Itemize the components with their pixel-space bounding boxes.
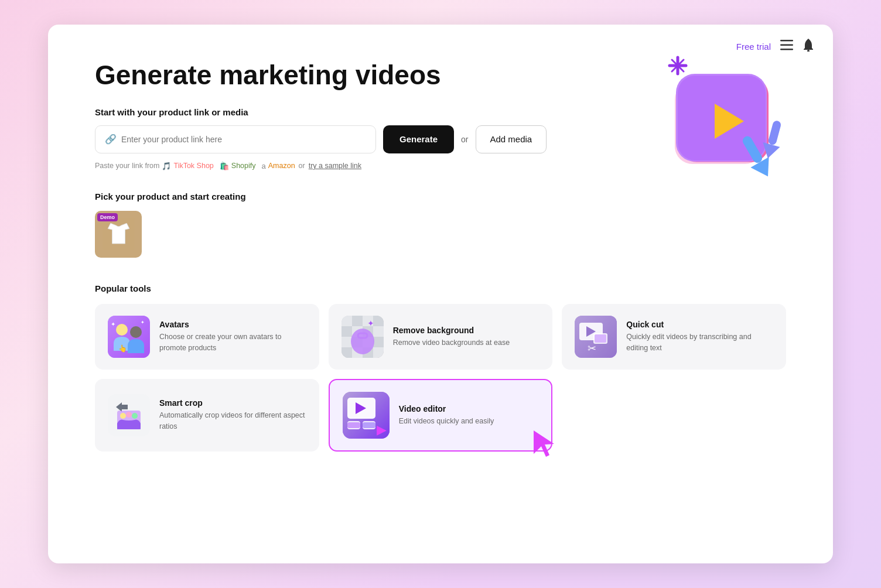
svg-rect-39: [342, 337, 352, 347]
amazon-link[interactable]: Amazon: [268, 162, 295, 170]
product-picks: Demo: [95, 211, 786, 258]
tools-grid-row1: ✦ ✦ 👆 Avatars Choose or create your own …: [95, 304, 786, 370]
product-section-title: Pick your product and start creating: [95, 192, 786, 201]
shopify-link[interactable]: Shopify: [231, 162, 256, 170]
removebg-info: Remove background Remove video backgroun…: [393, 326, 540, 348]
product-thumb-1[interactable]: Demo: [95, 211, 142, 258]
or-text: or: [461, 135, 468, 144]
tools-grid-row2: Smart crop Automatically crop videos for…: [95, 379, 786, 452]
avatars-name: Avatars: [159, 320, 306, 329]
avatars-info: Avatars Choose or create your own avatar…: [159, 320, 306, 354]
svg-point-26: [130, 326, 142, 338]
demo-badge: Demo: [97, 213, 118, 221]
input-subtitle: Start with your product link or media: [95, 107, 786, 117]
smartcrop-icon: [108, 394, 150, 436]
svg-rect-32: [352, 316, 363, 326]
sample-link[interactable]: try a sample link: [309, 162, 361, 170]
svg-text:✦: ✦: [141, 320, 145, 325]
product-link-input[interactable]: [121, 135, 366, 144]
menu-icon[interactable]: [780, 40, 793, 53]
svg-point-58: [120, 413, 126, 419]
svg-rect-67: [363, 422, 375, 428]
quickcut-name: Quick cut: [626, 320, 773, 329]
removebg-icon: ✦: [342, 316, 384, 358]
paste-hint-text: Paste your link from: [95, 162, 159, 170]
svg-rect-2: [780, 49, 793, 50]
removebg-desc: Remove video backgrounds at ease: [393, 337, 540, 348]
videoeditor-desc: Edit videos quickly and easily: [399, 416, 539, 427]
svg-text:▶: ▶: [377, 422, 387, 437]
input-row: 🔗 Generate or Add media: [95, 125, 786, 153]
tool-card-smartcrop[interactable]: Smart crop Automatically crop videos for…: [95, 379, 319, 452]
svg-point-60: [132, 413, 138, 419]
quickcut-icon: ✂: [575, 316, 617, 358]
tool-card-videoeditor[interactable]: ▶ Video editor Edit videos quickly and e…: [329, 379, 553, 452]
page-title: Generate marketing videos: [95, 60, 505, 91]
generate-button[interactable]: Generate: [383, 125, 454, 153]
main-content: Generate marketing videos Start with you…: [48, 25, 833, 487]
svg-point-59: [126, 412, 132, 418]
svg-text:✦: ✦: [367, 319, 374, 328]
popular-tools-title: Popular tools: [95, 283, 786, 293]
quickcut-info: Quick cut Quickly edit videos by transcr…: [626, 320, 773, 354]
svg-rect-65: [347, 422, 360, 428]
svg-rect-43: [342, 347, 352, 358]
svg-point-3: [807, 50, 810, 52]
svg-rect-42: [373, 337, 384, 347]
tiktok-shop-link[interactable]: TikTok Shop: [173, 162, 213, 170]
videoeditor-info: Video editor Edit videos quickly and eas…: [399, 404, 539, 427]
main-window: Free trial: [48, 25, 833, 563]
removebg-name: Remove background: [393, 326, 540, 335]
svg-rect-0: [780, 40, 793, 42]
smartcrop-info: Smart crop Automatically crop videos for…: [159, 398, 306, 432]
header: Free trial: [718, 25, 833, 69]
paste-hint: Paste your link from 🎵 TikTok Shop 🛍️ Sh…: [95, 162, 786, 170]
cursor-decoration: [531, 428, 560, 462]
videoeditor-name: Video editor: [399, 404, 539, 413]
free-trial-link[interactable]: Free trial: [736, 42, 771, 52]
svg-rect-54: [595, 334, 606, 343]
link-icon: 🔗: [105, 134, 117, 145]
svg-text:✂: ✂: [588, 343, 596, 354]
or-try-text: or: [299, 162, 305, 170]
svg-rect-34: [373, 316, 384, 326]
smartcrop-name: Smart crop: [159, 398, 306, 408]
svg-rect-38: [373, 326, 384, 337]
svg-rect-31: [342, 316, 352, 326]
svg-point-25: [116, 324, 128, 336]
quickcut-desc: Quickly edit videos by transcribing and …: [626, 331, 773, 354]
product-link-input-wrap[interactable]: 🔗: [95, 125, 376, 153]
svg-text:👆: 👆: [118, 344, 127, 353]
avatars-desc: Choose or create your own avatars to pro…: [159, 331, 306, 354]
smartcrop-desc: Automatically crop videos for different …: [159, 410, 306, 432]
svg-marker-69: [534, 430, 554, 457]
videoeditor-icon: ▶: [343, 392, 390, 439]
svg-rect-35: [342, 326, 352, 337]
add-media-button[interactable]: Add media: [476, 125, 547, 153]
svg-text:✦: ✦: [111, 321, 115, 327]
tool-card-avatars[interactable]: ✦ ✦ 👆 Avatars Choose or create your own …: [95, 304, 319, 370]
avatars-icon: ✦ ✦ 👆: [108, 316, 150, 358]
tools-empty-cell: [562, 379, 786, 452]
tool-card-removebg[interactable]: ✦ Remove background Remove video backgro…: [329, 304, 553, 370]
svg-rect-1: [780, 45, 793, 46]
notification-icon[interactable]: [803, 39, 814, 54]
tool-card-quickcut[interactable]: ✂ Quick cut Quickly edit videos by trans…: [562, 304, 786, 370]
svg-rect-46: [373, 347, 384, 358]
